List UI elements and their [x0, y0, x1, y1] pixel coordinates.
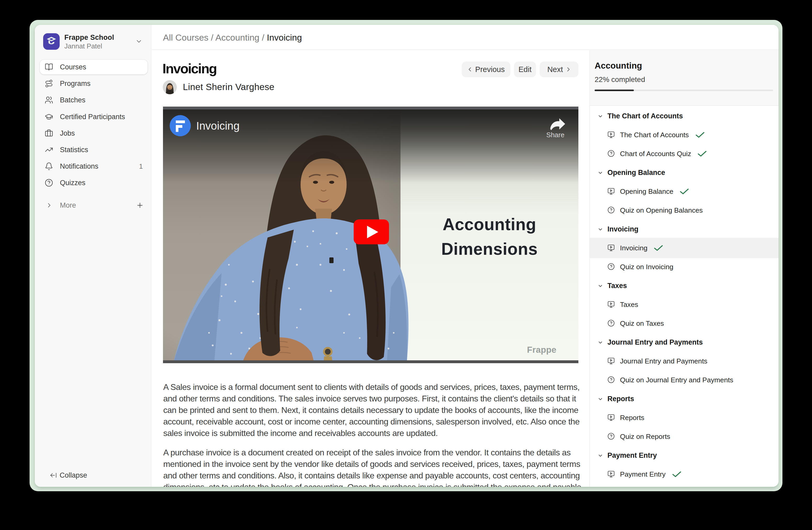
svg-text:Invoicing: Invoicing [196, 120, 240, 132]
svg-text:Frappe: Frappe [527, 345, 556, 354]
svg-text:Share: Share [546, 131, 564, 139]
svg-text:Accounting: Accounting [443, 215, 536, 234]
svg-text:Dimensions: Dimensions [441, 240, 538, 259]
